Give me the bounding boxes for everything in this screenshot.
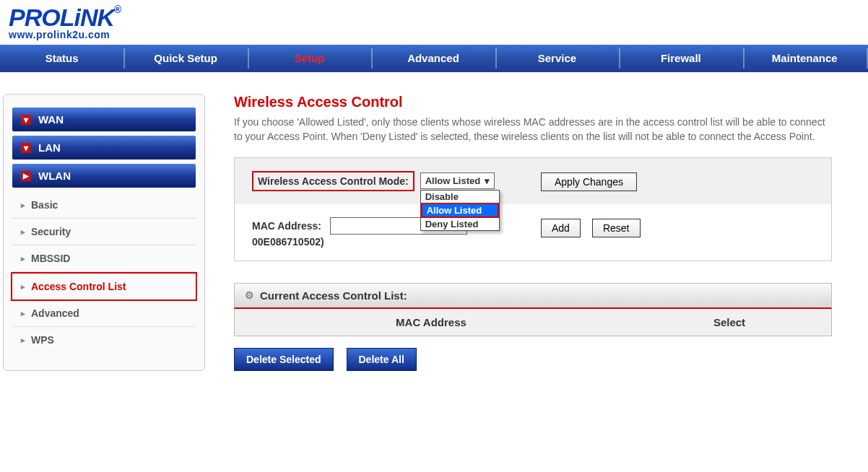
- mac-row: MAC Address: 00E086710502) Add Reset: [235, 204, 831, 261]
- sidebar-sub-advanced[interactable]: ▸Advanced: [12, 300, 196, 327]
- mode-option-allow[interactable]: Allow Listed: [421, 203, 499, 218]
- sidebar-item-wlan[interactable]: WLAN: [12, 164, 196, 188]
- tab-maintenance[interactable]: Maintenance: [743, 45, 867, 72]
- mode-row: Wireless Access Control Mode: Allow List…: [235, 158, 831, 204]
- sidebar-label-wlan: WLAN: [38, 170, 71, 182]
- mode-dropdown-value: Allow Listed: [425, 175, 481, 186]
- sidebar-label-wan: WAN: [38, 113, 64, 126]
- main-nav: Status Quick Setup Setup Advanced Servic…: [0, 45, 868, 72]
- tab-setup[interactable]: Setup: [248, 45, 371, 72]
- sidebar-sub-acl[interactable]: ▸Access Control List: [11, 272, 197, 301]
- bullet-icon: ▸: [21, 254, 25, 263]
- sidebar-sub-label: Access Control List: [31, 281, 126, 292]
- bottom-buttons: Delete Selected Delete All: [234, 348, 832, 371]
- sidebar-item-lan[interactable]: LAN: [12, 136, 196, 159]
- col-mac-header: MAC Address: [235, 309, 628, 336]
- page-title: Wireless Access Control: [234, 94, 832, 110]
- mode-dropdown-list: Disable Allow Listed Deny Listed: [420, 190, 500, 231]
- mode-label: Wireless Access Control Mode:: [258, 175, 409, 187]
- sidebar-sub-basic[interactable]: ▸Basic: [12, 192, 196, 219]
- mode-option-deny[interactable]: Deny Listed: [421, 218, 499, 230]
- acl-section-title: Current Access Control List:: [260, 289, 407, 302]
- delete-all-button[interactable]: Delete All: [347, 348, 417, 371]
- bullet-icon: ▸: [21, 282, 25, 292]
- chevron-down-icon: [21, 143, 31, 153]
- sidebar-item-wan[interactable]: WAN: [12, 108, 196, 131]
- chevron-down-icon: [21, 115, 31, 125]
- bullet-icon: ▸: [21, 227, 25, 237]
- reset-button[interactable]: Reset: [592, 219, 641, 237]
- header-bar: PROLiNK® www.prolink2u.com: [0, 0, 868, 40]
- main-content: Wireless Access Control If you choose 'A…: [234, 94, 861, 371]
- add-button[interactable]: Add: [541, 219, 581, 237]
- sidebar-sub-label: WPS: [31, 334, 54, 346]
- mac-example: 00E086710502): [252, 236, 541, 248]
- bullet-icon: ▸: [21, 336, 25, 345]
- sidebar-sub-label: MBSSID: [31, 253, 70, 264]
- mode-dropdown-button[interactable]: Allow Listed: [420, 172, 495, 189]
- sidebar-sub-wps[interactable]: ▸WPS: [12, 327, 196, 353]
- mode-option-disable[interactable]: Disable: [421, 191, 499, 203]
- sidebar-sub-mbssid[interactable]: ▸MBSSID: [12, 245, 196, 272]
- sidebar-sub-label: Advanced: [31, 307, 79, 319]
- mac-label: MAC Address:: [252, 219, 321, 231]
- apply-changes-button[interactable]: Apply Changes: [541, 172, 637, 191]
- sidebar-sub-label: Basic: [31, 199, 58, 211]
- col-select-header: Select: [628, 309, 831, 336]
- page-intro: If you choose 'Allowed Listed', only tho…: [234, 115, 832, 144]
- acl-table: MAC Address Select: [234, 309, 832, 336]
- brand-name: PROLiNK: [9, 4, 114, 31]
- mode-dropdown[interactable]: Allow Listed Disable Allow Listed Deny L…: [420, 172, 495, 189]
- gear-icon: ⚙: [245, 289, 254, 301]
- sidebar-sub-security[interactable]: ▸Security: [12, 219, 196, 245]
- brand-logo: PROLiNK®: [9, 4, 859, 32]
- brand-reg: ®: [114, 4, 121, 15]
- tab-quick-setup[interactable]: Quick Setup: [123, 45, 247, 72]
- chevron-right-icon: [21, 171, 31, 181]
- tab-status[interactable]: Status: [0, 45, 123, 72]
- form-block: Wireless Access Control Mode: Allow List…: [234, 157, 832, 261]
- acl-table-header: MAC Address Select: [235, 309, 831, 336]
- sidebar-label-lan: LAN: [38, 141, 61, 154]
- tab-service[interactable]: Service: [495, 45, 619, 72]
- tab-firewall[interactable]: Firewall: [619, 45, 742, 72]
- tab-advanced[interactable]: Advanced: [371, 45, 495, 72]
- sidebar-sub-label: Security: [31, 226, 71, 237]
- acl-section-header: ⚙ Current Access Control List:: [234, 283, 832, 309]
- delete-selected-button[interactable]: Delete Selected: [234, 348, 334, 371]
- mode-label-highlight: Wireless Access Control Mode:: [252, 171, 415, 191]
- bullet-icon: ▸: [21, 309, 25, 318]
- bullet-icon: ▸: [21, 201, 25, 210]
- sidebar: WAN LAN WLAN ▸Basic ▸Security ▸MBSSID ▸A…: [3, 94, 205, 371]
